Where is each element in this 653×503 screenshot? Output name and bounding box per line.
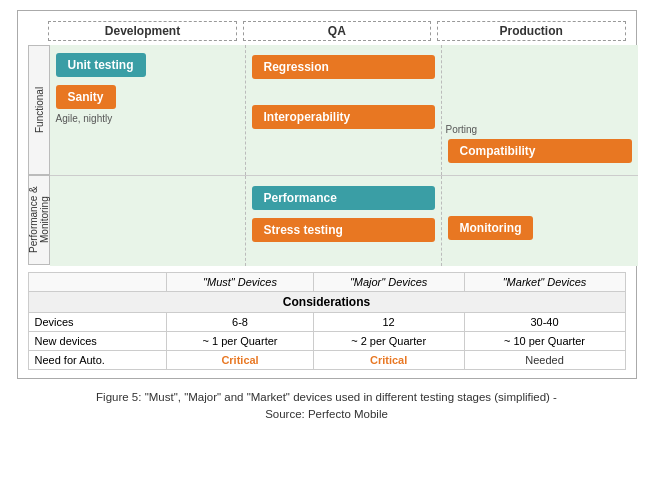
table-row-auto: Need for Auto. Critical Critical Needed [28,351,625,370]
auto-market: Needed [464,351,625,370]
new-devices-major: ~ 2 per Quarter [313,332,464,351]
cell-dev-perf [50,176,246,266]
badge-monitoring: Monitoring [448,216,534,240]
col-header-dev: Development [48,21,237,41]
cell-qa-functional: Regression Interoperability [246,45,442,175]
table-row-new-devices: New devices ~ 1 per Quarter ~ 2 per Quar… [28,332,625,351]
auto-major: Critical [313,351,464,370]
bottom-table: "Must" Devices "Major" Devices "Market" … [28,272,626,370]
table-header-row: "Must" Devices "Major" Devices "Market" … [28,273,625,292]
table-row-devices: Devices 6-8 12 30-40 [28,313,625,332]
badge-sanity: Sanity [56,85,116,109]
chart-area: Functional Performance & Monitoring Unit… [28,45,626,266]
col-major-header: "Major" Devices [313,273,464,292]
row-label-perf-monitoring: Performance & Monitoring [28,175,50,265]
main-container: Development QA Production Functional Per… [17,10,637,379]
auto-label: Need for Auto. [28,351,167,370]
cell-dev-functional: Unit testing Sanity Agile, nightly [50,45,246,175]
row-perf-monitoring: Performance Stress testing Monitoring [50,176,638,266]
col-header-prod: Production [437,21,626,41]
badge-stress-testing: Stress testing [252,218,435,242]
col-header-qa: QA [243,21,432,41]
auto-must: Critical [167,351,313,370]
new-devices-must: ~ 1 per Quarter [167,332,313,351]
badge-interoperability: Interoperability [252,105,435,129]
chart-grid: Unit testing Sanity Agile, nightly Regre… [50,45,638,266]
empty-cell [28,273,167,292]
devices-must: 6-8 [167,313,313,332]
cell-prod-functional: Porting Compatibility [442,45,638,175]
badge-regression: Regression [252,55,435,79]
badge-performance: Performance [252,186,435,210]
devices-market: 30-40 [464,313,625,332]
col-must-header: "Must" Devices [167,273,313,292]
considerations-row: Considerations [28,292,625,313]
cell-qa-perf: Performance Stress testing [246,176,442,266]
new-devices-label: New devices [28,332,167,351]
porting-label: Porting [446,124,634,135]
devices-label: Devices [28,313,167,332]
badge-compatibility: Compatibility [448,139,632,163]
row-label-functional: Functional [28,45,50,175]
row-labels: Functional Performance & Monitoring [28,45,50,266]
col-market-header: "Market" Devices [464,273,625,292]
devices-major: 12 [313,313,464,332]
new-devices-market: ~ 10 per Quarter [464,332,625,351]
badge-unit-testing: Unit testing [56,53,146,77]
figure-caption: Figure 5: "Must", "Major" and "Market" d… [86,389,567,424]
row-functional: Unit testing Sanity Agile, nightly Regre… [50,45,638,176]
agile-nightly-label: Agile, nightly [56,113,241,124]
cell-prod-perf: Monitoring [442,176,638,266]
considerations-label: Considerations [28,292,625,313]
column-headers: Development QA Production [28,21,626,41]
